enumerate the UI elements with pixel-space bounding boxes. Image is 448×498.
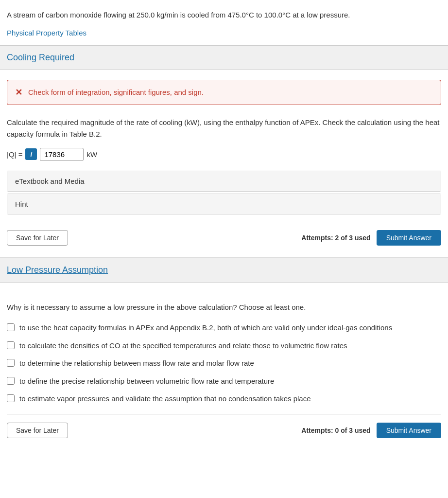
list-item: to use the heat capacity formulas in APE… <box>7 322 441 334</box>
list-item: to determine the relationship between ma… <box>7 358 441 369</box>
physical-property-tables-link[interactable]: Physical Property Tables <box>7 29 86 37</box>
lp-save-later-button[interactable]: Save for Later <box>7 423 68 438</box>
input-row: |Q| = i kW <box>7 148 441 161</box>
list-item: to estimate vapor pressures and validate… <box>7 393 441 405</box>
hint-collapsible: Hint <box>7 194 441 214</box>
problem-text: A stream of carbon monoxide flowing at 2… <box>7 10 441 21</box>
error-box: ✕ Check form of integration, significant… <box>7 80 441 105</box>
checkbox-option-5[interactable] <box>7 394 15 402</box>
list-item: to define the precise relationship betwe… <box>7 376 441 387</box>
cooling-right-group: Attempts: 2 of 3 used Submit Answer <box>301 230 441 246</box>
option-3-text: to determine the relationship between ma… <box>19 358 254 369</box>
option-5-text: to estimate vapor pressures and validate… <box>19 393 311 405</box>
cooling-required-title: Cooling Required <box>7 53 74 62</box>
error-message: Check form of integration, significant f… <box>28 88 204 96</box>
answer-input[interactable] <box>40 148 84 161</box>
checkbox-list: to use the heat capacity formulas in APE… <box>7 322 441 405</box>
cooling-footer: Save for Later Attempts: 2 of 3 used Sub… <box>7 222 441 248</box>
lp-submit-button[interactable]: Submit Answer <box>377 423 441 438</box>
checkbox-option-3[interactable] <box>7 359 15 367</box>
checkbox-option-2[interactable] <box>7 341 15 349</box>
cooling-submit-button[interactable]: Submit Answer <box>377 230 441 246</box>
lp-right-group: Attempts: 0 of 3 used Submit Answer <box>301 423 441 438</box>
collapsibles-area: eTextbook and Media Hint <box>7 171 441 214</box>
cooling-required-header: Cooling Required <box>0 45 448 70</box>
low-pressure-header: Low Pressure Assumption <box>0 258 448 283</box>
low-pressure-content: Why is it necessary to assume a low pres… <box>0 283 448 448</box>
option-2-text: to calculate the densities of CO at the … <box>19 340 347 352</box>
option-1-text: to use the heat capacity formulas in APE… <box>19 322 392 334</box>
list-item: to calculate the densities of CO at the … <box>7 340 441 352</box>
option-4-text: to define the precise relationship betwe… <box>19 376 274 387</box>
input-unit: kW <box>86 150 97 159</box>
cooling-attempts-text: Attempts: 2 of 3 used <box>301 234 370 242</box>
input-label: |Q| = <box>7 150 22 159</box>
checkbox-option-4[interactable] <box>7 377 15 385</box>
error-icon: ✕ <box>15 87 22 98</box>
cooling-save-later-button[interactable]: Save for Later <box>7 230 68 246</box>
calc-description: Calculate the required magnitude of the … <box>7 117 441 140</box>
lp-footer: Save for Later Attempts: 0 of 3 used Sub… <box>7 414 441 443</box>
checkbox-option-1[interactable] <box>7 323 15 331</box>
lp-attempts-text: Attempts: 0 of 3 used <box>301 427 370 434</box>
problem-section: A stream of carbon monoxide flowing at 2… <box>0 0 448 45</box>
cooling-required-content: ✕ Check form of integration, significant… <box>0 70 448 258</box>
hint-header[interactable]: Hint <box>7 194 441 214</box>
info-button[interactable]: i <box>25 148 37 160</box>
low-pressure-title[interactable]: Low Pressure Assumption <box>7 265 108 275</box>
etextbook-collapsible: eTextbook and Media <box>7 171 441 192</box>
etextbook-header[interactable]: eTextbook and Media <box>7 171 441 191</box>
low-pressure-question: Why is it necessary to assume a low pres… <box>7 302 441 313</box>
